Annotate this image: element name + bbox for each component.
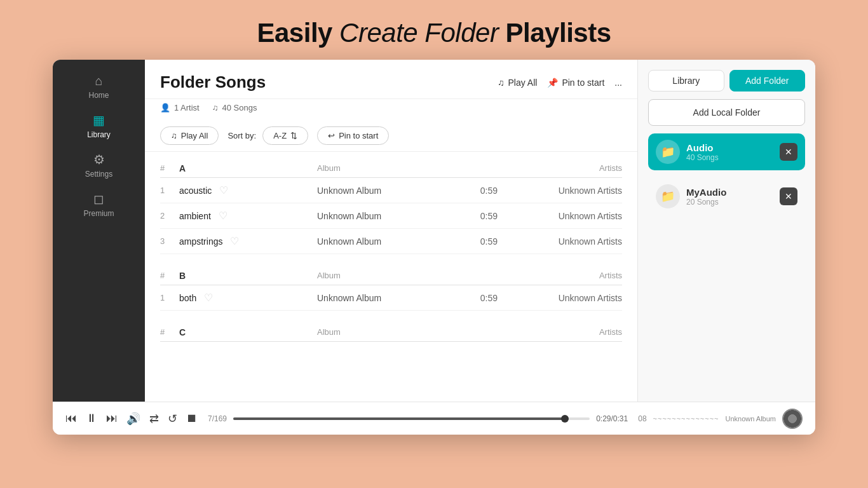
song-artist: Unknown Artists xyxy=(508,236,622,247)
app-window: ⌂ Home ▦ Library ⚙ Settings ◻ Premium Fo… xyxy=(53,60,815,435)
favorite-icon[interactable]: ♡ xyxy=(219,210,227,222)
song-name: both ♡ xyxy=(179,292,317,304)
sidebar-item-library[interactable]: ▦ Library xyxy=(53,106,145,143)
tab-library[interactable]: Library xyxy=(648,70,724,92)
now-playing-info: Unknown Album xyxy=(726,415,776,423)
song-artist: Unknown Artists xyxy=(508,186,622,196)
right-panel: Library Add Folder Add Local Folder 📁 Au… xyxy=(637,60,815,402)
panel-tabs: Library Add Folder xyxy=(648,70,805,92)
song-list: # A Album Artists 1 acoustic ♡ Unknown A… xyxy=(145,152,637,402)
now-playing-album: Unknown Album xyxy=(726,415,776,423)
table-row[interactable]: 1 both ♡ Unknown Album 0:59 Unknown Arti… xyxy=(160,285,622,311)
song-name: ambient ♡ xyxy=(179,210,317,222)
progress-thumb xyxy=(561,415,569,423)
song-artist: Unknown Artists xyxy=(508,293,622,303)
add-local-folder-button[interactable]: Add Local Folder xyxy=(648,99,805,126)
stop-button[interactable]: ⏹ xyxy=(186,412,198,425)
page-headline: Easily Create Folder Playlists xyxy=(257,18,611,48)
song-name: acoustic ♡ xyxy=(179,184,317,196)
pin-to-start-button[interactable]: ↩ Pin to start xyxy=(317,126,389,145)
table-row[interactable]: 2 ambient ♡ Unknown Album 0:59 Unknown A… xyxy=(160,203,622,229)
sidebar-item-label: Settings xyxy=(85,170,112,179)
track-position: 7/169 xyxy=(208,414,227,423)
pause-button[interactable]: ⏸ xyxy=(86,412,97,425)
sort-button[interactable]: A-Z ⇅ xyxy=(262,126,308,145)
song-duration: 0:59 xyxy=(457,293,508,303)
section-header-c: # C Album Artists xyxy=(160,321,622,342)
song-number: 3 xyxy=(160,236,179,246)
pin-toolbar-icon: ↩ xyxy=(328,131,335,140)
sidebar-item-home[interactable]: ⌂ Home xyxy=(53,67,145,104)
pin-icon: 📌 xyxy=(547,78,558,88)
sidebar-item-label: Premium xyxy=(83,209,114,218)
remove-folder-button[interactable]: ✕ xyxy=(780,143,797,161)
artist-meta: 👤 1 Artist xyxy=(160,103,200,112)
section-letter-a: A xyxy=(179,163,317,173)
song-duration: 0:59 xyxy=(457,236,508,247)
song-duration: 0:59 xyxy=(457,211,508,221)
music-icon: ♫ xyxy=(498,78,505,88)
pin-to-start-header-button[interactable]: 📌 Pin to start xyxy=(547,78,604,88)
sidebar-item-premium[interactable]: ◻ Premium xyxy=(53,185,145,222)
folder-info: MyAudio 20 Songs xyxy=(686,187,773,207)
repeat-button[interactable]: ↺ xyxy=(168,412,177,426)
sidebar-item-label: Home xyxy=(88,91,109,100)
prev-track-button[interactable]: ⏮ xyxy=(65,412,77,425)
col-album: Album xyxy=(317,163,457,173)
settings-icon: ⚙ xyxy=(93,152,105,167)
col-album: Album xyxy=(317,327,457,337)
meta-row: 👤 1 Artist ♫ 40 Songs xyxy=(145,99,637,120)
table-row[interactable]: 1 acoustic ♡ Unknown Album 0:59 Unknown … xyxy=(160,178,622,203)
remove-folder-button[interactable]: ✕ xyxy=(780,187,797,205)
main-content: Folder Songs ♫ Play All 📌 Pin to start .… xyxy=(145,60,637,402)
header-actions: ♫ Play All 📌 Pin to start ... xyxy=(498,78,622,88)
artist-icon: 👤 xyxy=(160,103,170,112)
premium-icon: ◻ xyxy=(93,191,104,207)
section-letter-b: B xyxy=(179,271,317,281)
progress-section: 7/169 0:29/0:31 xyxy=(208,414,628,423)
folder-icon: 📁 xyxy=(656,184,680,208)
col-num: # xyxy=(160,163,179,173)
col-duration xyxy=(457,163,508,173)
play-all-button[interactable]: ♫ Play All xyxy=(160,126,219,145)
song-number: 1 xyxy=(160,293,179,302)
home-icon: ⌂ xyxy=(95,74,102,88)
shuffle-button[interactable]: ⇄ xyxy=(149,412,159,426)
progress-bar[interactable] xyxy=(233,417,590,420)
col-num: # xyxy=(160,327,179,337)
vinyl-icon[interactable] xyxy=(782,409,803,429)
favorite-icon[interactable]: ♡ xyxy=(204,292,213,304)
play-all-header-button[interactable]: ♫ Play All xyxy=(498,78,537,88)
play-icon: ♫ xyxy=(171,131,177,140)
tab-add-folder[interactable]: Add Folder xyxy=(729,70,806,92)
col-artists: Artists xyxy=(508,163,622,173)
favorite-icon[interactable]: ♡ xyxy=(219,184,228,196)
folder-name: MyAudio xyxy=(686,187,773,198)
player-controls: ⏮ ⏸ ⏭ 🔊 ⇄ ↺ ⏹ xyxy=(65,412,198,426)
waveform-display: ~~~~~~~~~~~~~~ xyxy=(653,415,719,423)
song-album: Unknown Album xyxy=(317,186,457,196)
col-artists: Artists xyxy=(508,271,622,281)
sidebar: ⌂ Home ▦ Library ⚙ Settings ◻ Premium xyxy=(53,60,145,402)
songs-meta: ♫ 40 Songs xyxy=(212,103,257,112)
col-num: # xyxy=(160,271,179,281)
volume-button[interactable]: 🔊 xyxy=(126,412,140,426)
folder-item-audio[interactable]: 📁 Audio 40 Songs ✕ xyxy=(648,133,805,170)
folder-count: 40 Songs xyxy=(686,153,773,162)
progress-fill xyxy=(233,417,565,420)
more-options-button[interactable]: ... xyxy=(614,78,622,88)
section-header-b: # B Album Artists xyxy=(160,264,622,285)
favorite-icon[interactable]: ♡ xyxy=(230,235,239,247)
library-icon: ▦ xyxy=(93,112,105,128)
song-album: Unknown Album xyxy=(317,211,457,221)
next-track-button[interactable]: ⏭ xyxy=(106,412,118,425)
folder-item-myaudio[interactable]: 📁 MyAudio 20 Songs ✕ xyxy=(648,178,805,215)
sidebar-item-settings[interactable]: ⚙ Settings xyxy=(53,146,145,182)
song-number: 1 xyxy=(160,186,179,195)
song-album: Unknown Album xyxy=(317,293,457,303)
col-album: Album xyxy=(317,271,457,281)
song-album: Unknown Album xyxy=(317,236,457,247)
sort-control: Sort by: A-Z ⇅ xyxy=(227,126,308,145)
song-name: ampstrings ♡ xyxy=(179,235,317,247)
table-row[interactable]: 3 ampstrings ♡ Unknown Album 0:59 Unknow… xyxy=(160,229,622,254)
